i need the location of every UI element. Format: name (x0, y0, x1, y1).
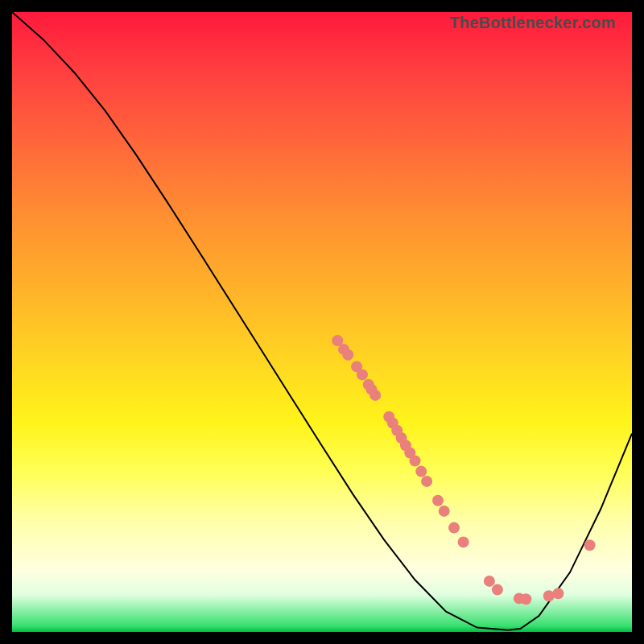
data-point (552, 588, 564, 599)
data-point (410, 456, 421, 467)
bottleneck-curve (12, 12, 632, 630)
data-point (492, 584, 503, 596)
chart-svg (12, 12, 632, 632)
data-point (458, 536, 469, 547)
data-point (369, 390, 381, 401)
data-point (421, 476, 432, 487)
data-point (342, 349, 353, 361)
data-point (357, 369, 368, 380)
chart-plot-area: TheBottlenecker.com (12, 12, 632, 632)
data-point (439, 506, 450, 517)
scatter-group (332, 335, 595, 605)
data-point (448, 522, 460, 534)
data-point (415, 466, 427, 477)
data-point (484, 576, 495, 587)
data-point (584, 539, 596, 551)
data-point (432, 495, 444, 506)
data-point (520, 593, 531, 605)
